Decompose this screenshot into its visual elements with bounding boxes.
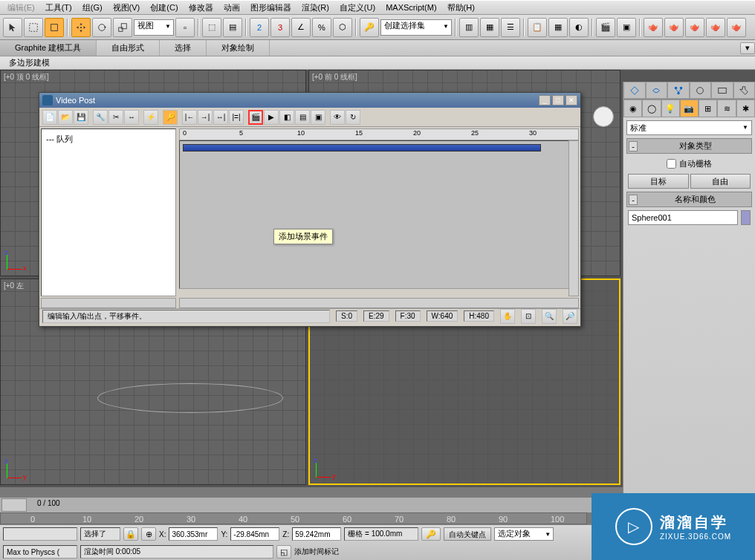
reference-coord-dropdown[interactable]: 视图: [134, 19, 174, 36]
angle-snap-button[interactable]: ∠: [291, 18, 311, 37]
ribbon-toggle-button[interactable]: ▾: [740, 42, 755, 54]
edit-range-button[interactable]: 🔑: [163, 110, 178, 125]
rotate-button[interactable]: [92, 18, 111, 37]
ribbon-tab-selection[interactable]: 选择: [160, 40, 207, 56]
quick-render-button[interactable]: 🫖: [664, 18, 684, 37]
menu-maxscript[interactable]: MAXScript(M): [381, 1, 441, 13]
move-button[interactable]: [71, 18, 91, 37]
polygon-modeling-tab[interactable]: 多边形建模: [3, 56, 56, 69]
video-post-titlebar[interactable]: Video Post _ □ ✕: [39, 93, 580, 108]
maximize-button[interactable]: □: [552, 95, 564, 105]
auto-key-button[interactable]: 自动关键点: [444, 527, 491, 541]
add-scene-event-button[interactable]: 🎬: [248, 110, 263, 125]
time-config-button[interactable]: [1, 498, 27, 512]
open-sequence-button[interactable]: 📂: [58, 110, 73, 125]
spacewarps-subtab[interactable]: ≋: [717, 100, 736, 117]
menu-edit[interactable]: 编辑(E): [3, 1, 39, 15]
time-tag-button[interactable]: ◱: [276, 545, 291, 559]
same-size-button[interactable]: |=|: [229, 110, 244, 125]
free-camera-button[interactable]: 自由: [690, 174, 751, 189]
v-scrollbar[interactable]: [568, 140, 579, 296]
align-left-button[interactable]: |←: [182, 110, 197, 125]
target-camera-button[interactable]: 目标: [628, 174, 689, 189]
key-mode-button[interactable]: 🔑: [421, 527, 441, 541]
menu-group[interactable]: 组(G): [78, 1, 107, 15]
x-coord-input[interactable]: [169, 527, 218, 541]
select-object-button[interactable]: [45, 18, 64, 37]
object-color-swatch[interactable]: [741, 210, 751, 225]
menu-rendering[interactable]: 渲染(R): [297, 1, 334, 15]
add-time-marker-label[interactable]: 添加时间标记: [294, 547, 339, 557]
delete-event-button[interactable]: ✂: [108, 110, 123, 125]
menu-help[interactable]: 帮助(H): [443, 1, 479, 15]
pivot-button[interactable]: ▫: [175, 18, 195, 37]
lights-subtab[interactable]: 💡: [661, 100, 680, 117]
close-button[interactable]: ✕: [566, 95, 577, 105]
spinner-snap-button[interactable]: ⬡: [333, 18, 352, 37]
render-button[interactable]: 🫖: [644, 18, 663, 37]
lock-selection-button[interactable]: 🔒: [123, 527, 138, 541]
add-layer-button[interactable]: ▤: [295, 110, 310, 125]
display-tab[interactable]: [711, 82, 733, 99]
zoom-extents-button[interactable]: ⊡: [521, 309, 536, 324]
systems-subtab[interactable]: ✱: [736, 100, 755, 117]
absolute-mode-button[interactable]: ⊕: [141, 527, 156, 541]
range-bar[interactable]: [183, 144, 541, 152]
geometry-subtab[interactable]: ◉: [623, 100, 642, 117]
add-loop-button[interactable]: ↻: [346, 110, 360, 125]
add-image-input-button[interactable]: ▶: [264, 110, 279, 125]
ribbon-tab-freeform[interactable]: 自由形式: [97, 40, 160, 56]
swap-events-button[interactable]: ↔: [124, 110, 139, 125]
track-bar[interactable]: 0102030405060708090100: [0, 512, 587, 524]
zoom-time-button[interactable]: ✋: [500, 309, 515, 324]
keyboard-shortcut-button[interactable]: ▤: [223, 18, 242, 37]
snap-2d-button[interactable]: 2: [250, 18, 269, 37]
select-region-button[interactable]: [24, 18, 43, 37]
menu-animation[interactable]: 动画: [219, 1, 244, 15]
y-coord-input[interactable]: [230, 527, 279, 541]
menu-view[interactable]: 视图(V): [108, 1, 145, 15]
align-right-button[interactable]: →|: [198, 110, 213, 125]
render-setup-button[interactable]: 🎬: [596, 18, 615, 37]
create-tab[interactable]: [623, 82, 646, 99]
execute-button[interactable]: ⚡: [143, 110, 158, 125]
add-image-filter-button[interactable]: ◧: [279, 110, 294, 125]
menu-tools[interactable]: 工具(T): [41, 1, 77, 15]
object-type-rollout[interactable]: -对象类型: [626, 138, 752, 154]
minimize-button[interactable]: _: [539, 95, 551, 105]
timeline-h-scroll[interactable]: [179, 298, 579, 308]
timeline-ruler[interactable]: 0 5 10 15 20 25 30: [179, 128, 579, 140]
helpers-subtab[interactable]: ⊞: [699, 100, 717, 117]
select-manipulate-button[interactable]: ⬚: [202, 18, 221, 37]
modify-tab[interactable]: [646, 82, 668, 99]
new-sequence-button[interactable]: 📄: [42, 110, 57, 125]
add-external-button[interactable]: 👁: [330, 110, 345, 125]
menu-create[interactable]: 创建(C): [146, 1, 182, 15]
curve-editor-button[interactable]: 📋: [528, 18, 547, 37]
render-frame-button[interactable]: ▣: [617, 18, 636, 37]
menu-graph-editors[interactable]: 图形编辑器: [246, 1, 296, 15]
category-dropdown[interactable]: 标准: [626, 120, 752, 135]
maxscript-mini-listener[interactable]: Max to Physcs (: [3, 545, 77, 559]
shapes-subtab[interactable]: ◯: [642, 100, 661, 117]
zoom-region-button[interactable]: 🔎: [563, 309, 577, 324]
edit-event-button[interactable]: 🔧: [93, 110, 108, 125]
utilities-tab[interactable]: [733, 82, 756, 99]
menu-customize[interactable]: 自定义(U): [335, 1, 380, 15]
align-button[interactable]: ▦: [480, 18, 499, 37]
save-sequence-button[interactable]: 💾: [74, 110, 88, 125]
tree-h-scroll[interactable]: [41, 298, 176, 308]
motion-tab[interactable]: [690, 82, 712, 99]
schematic-button[interactable]: ▦: [548, 18, 568, 37]
ribbon-tab-graphite[interactable]: Graphite 建模工具: [0, 40, 97, 56]
render-last-button[interactable]: 🫖: [727, 18, 746, 37]
viewcube[interactable]: [593, 106, 614, 127]
ribbon-tab-paint[interactable]: 对象绘制: [207, 40, 270, 56]
abut-button[interactable]: ↔|: [213, 110, 228, 125]
auto-grid-checkbox[interactable]: [667, 159, 676, 169]
pan-button[interactable]: 🔍: [542, 309, 557, 324]
cameras-subtab[interactable]: 📷: [680, 100, 699, 117]
production-render-button[interactable]: 🫖: [685, 18, 704, 37]
select-button[interactable]: [3, 18, 22, 37]
queue-tree[interactable]: --- 队列: [41, 128, 176, 296]
